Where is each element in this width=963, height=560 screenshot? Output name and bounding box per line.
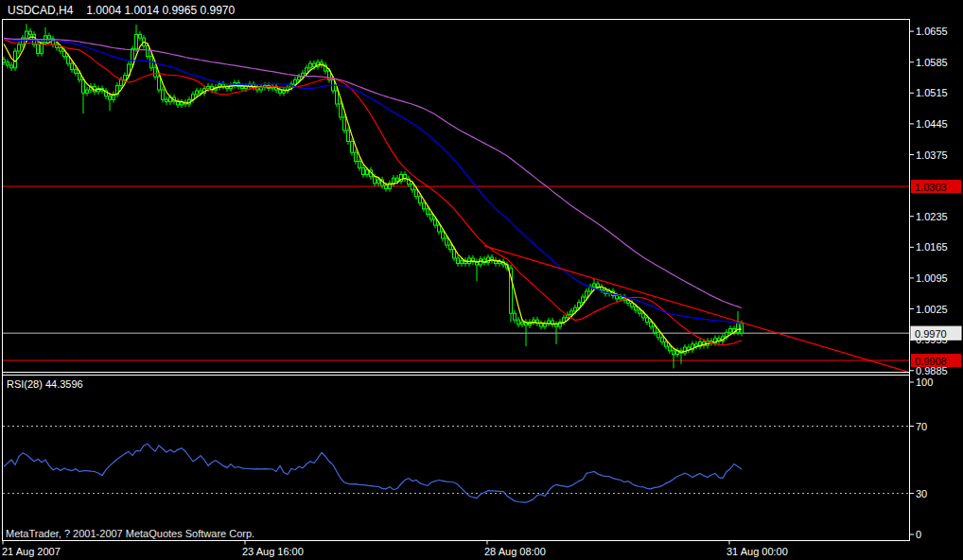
candle-body: [343, 117, 346, 131]
candle-body: [298, 77, 301, 79]
candle-body: [586, 291, 588, 297]
candle-body: [60, 47, 62, 51]
price-axis-label: 1.0515: [916, 87, 948, 98]
candle-body: [642, 313, 645, 318]
candle-body: [124, 76, 127, 80]
candle-body: [67, 57, 70, 63]
candle-body: [741, 324, 744, 333]
candle-body: [355, 152, 358, 161]
candle-body: [166, 99, 168, 101]
candle-body: [620, 297, 622, 299]
trendline[interactable]: [484, 246, 908, 372]
candle-body: [109, 96, 112, 100]
candle-body: [578, 303, 581, 308]
candle-body: [336, 91, 339, 104]
candle-body: [362, 167, 365, 174]
candle-body: [646, 318, 649, 323]
candle-body: [10, 65, 13, 68]
candle-body: [635, 306, 638, 310]
candle-body: [616, 296, 619, 299]
candle-body: [359, 162, 361, 168]
candle-body: [593, 284, 596, 287]
candle-body: [423, 203, 426, 209]
time-axis-label: 28 Aug 08:00: [484, 546, 546, 557]
time-axis-label: 23 Aug 16:00: [242, 546, 304, 557]
candle-body: [480, 259, 482, 265]
candle-body: [438, 225, 441, 232]
candle-body: [665, 341, 668, 346]
candle-body: [294, 79, 297, 84]
candle-body: [18, 44, 21, 51]
candle-body: [661, 338, 664, 342]
candle-body: [306, 68, 308, 74]
time-axis-label: 31 Aug 00:00: [727, 546, 788, 557]
candle-body: [430, 214, 433, 219]
price-axis-label: 1.0025: [916, 304, 948, 315]
price-axis-label: 1.0375: [916, 149, 948, 161]
price-axis-label: 1.0445: [916, 118, 948, 130]
chart-window: USDCAD,H41.0004 1.0014 0.9965 0.9970 1.0…: [0, 0, 963, 560]
candle-body: [347, 131, 350, 142]
candle-body: [457, 258, 460, 264]
candle-body: [639, 310, 641, 313]
candle-body: [366, 170, 369, 175]
candle-body: [574, 307, 577, 311]
candle-body: [419, 197, 422, 203]
price-axis-label: 1.0585: [916, 57, 948, 68]
candle-body: [7, 62, 9, 65]
candle-body: [555, 324, 558, 326]
candle-body: [162, 90, 165, 99]
candle-body: [241, 86, 244, 88]
candle-body: [737, 324, 740, 332]
candle-body: [82, 79, 85, 93]
chart-canvas[interactable]: 1.06551.05851.05151.04451.03751.02351.01…: [0, 0, 963, 560]
candle-body: [514, 313, 517, 320]
price-axis-label: 1.0235: [916, 211, 948, 222]
price-axis-label: 1.0655: [916, 26, 948, 37]
candle-body: [29, 31, 32, 34]
candle-body: [669, 346, 672, 351]
price-axis-label: 1.0165: [916, 241, 948, 253]
candle-body: [200, 91, 202, 93]
candle-body: [453, 250, 456, 258]
candle-body: [196, 91, 199, 95]
rsi-indicator-label: RSI(28) 44.3596: [7, 378, 83, 390]
candle-body: [154, 68, 157, 77]
candle-body: [374, 177, 376, 184]
candle-body: [461, 260, 464, 263]
candle-body: [673, 351, 675, 355]
candle-body: [158, 77, 161, 90]
candle-body: [411, 184, 414, 190]
candle-body: [181, 102, 184, 105]
candle-body: [26, 31, 28, 38]
rsi-axis-label: 30: [916, 488, 927, 499]
candle-body: [48, 36, 51, 39]
candle-body: [135, 34, 138, 48]
candle-body: [631, 303, 634, 306]
candle-body: [309, 63, 312, 68]
candle-body: [131, 49, 134, 64]
candle-body: [597, 284, 600, 287]
candle-body: [449, 245, 452, 250]
candle-body: [415, 190, 418, 197]
candle-body: [222, 84, 225, 86]
candle-body: [427, 209, 429, 215]
candle-body: [446, 238, 448, 245]
candle-body: [313, 63, 316, 66]
price-axis-label: 1.0095: [916, 272, 948, 284]
candle-body: [499, 262, 501, 264]
candle-body: [385, 185, 388, 188]
candle-body: [393, 178, 395, 184]
candle-body: [139, 34, 142, 38]
rsi-axis-label: 0: [916, 529, 921, 540]
candle-body: [442, 232, 445, 238]
candle-body: [71, 63, 74, 70]
time-axis-label: 21 Aug 2007: [2, 546, 61, 557]
candle-body: [340, 104, 342, 117]
candle-body: [37, 44, 40, 53]
candle-body: [351, 142, 354, 153]
candle-body: [654, 326, 657, 332]
candle-body: [396, 178, 399, 181]
price-badge-label: 0.9908: [915, 356, 947, 367]
candle-body: [521, 323, 524, 324]
